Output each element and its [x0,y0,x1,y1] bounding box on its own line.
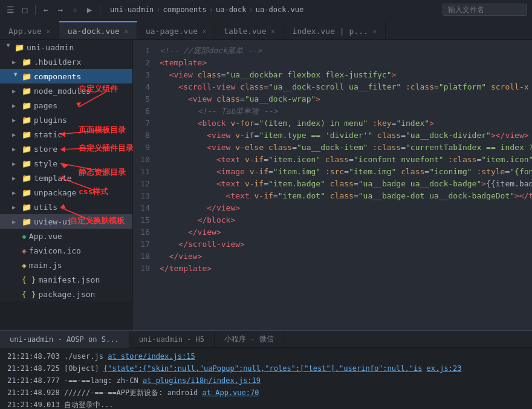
toolbar: ☰ □ ← → ☆ ▶ uni-uadmin › components › ua… [0,0,532,19]
sidebar-item-uview-ui[interactable]: ▶ 📁 uview-ui [0,214,132,229]
tab-close-icon[interactable]: ✕ [373,28,377,34]
json-file-icon2: { } [22,290,36,299]
folder-icon: 📁 [15,43,24,52]
code-line-7: <block v-for="(item, index) in menu" :ke… [160,117,532,129]
sidebar-item-app-vue[interactable]: ◈ App.vue [0,229,132,243]
tab-index-vue[interactable]: index.vue | p... ✕ [284,21,386,39]
separator2 [100,5,100,15]
terminal-tab-aosp[interactable]: uni-uadmin - AOSP on S... [0,331,129,348]
code-line-2: <template> [160,57,532,69]
tab-ua-dock-vue[interactable]: ua-dock.vue ✕ [59,21,137,39]
sidebar-item-label: store [34,145,57,154]
tab-label: App.vue [8,27,42,36]
code-line-3: <view class="ua__dockbar flexbox flex-ju… [160,69,532,81]
folder-icon: 📁 [22,116,31,125]
separator [35,5,36,15]
arrow-icon: ▶ [12,131,19,138]
sidebar-item-template[interactable]: ▶ 📁 template [0,171,132,185]
code-line-1: <!-- //底部dock菜单 --> [160,45,532,57]
arrow-icon: ▶ [12,160,19,167]
code-line-17: </scroll-view> [160,238,532,250]
terminal-line-5: 21:21:49.013 自动登录中... [7,399,525,409]
code-line-10: <text v-if="item.icon" class="iconfont n… [160,154,532,166]
tab-label: index.vue | p... [293,27,368,36]
code-line-11: <image v-if="item.img" :src="item.img" c… [160,166,532,178]
sidebar-item-label: static [34,130,62,139]
sidebar-item-label: utils [34,203,57,212]
folder-icon: 📁 [22,145,31,154]
sidebar-item-plugins[interactable]: ▶ 📁 plugins [0,113,132,127]
sidebar-item-static[interactable]: ▶ 📁 static [0,127,132,142]
folder-icon: 📁 [22,72,31,81]
sidebar-item-label: manifest.json [38,275,100,284]
terminal-tab-h5[interactable]: uni-uadmin - H5 [129,331,215,348]
terminal-content: 21:21:48.703 ./user.js at store/index.js… [0,348,532,409]
sidebar-item-favicon[interactable]: ◈ favicon.ico [0,243,132,258]
terminal: uni-uadmin - AOSP on S... uni-uadmin - H… [0,330,532,409]
sidebar-item-label: components [34,72,81,81]
forward-icon[interactable]: → [55,4,66,15]
tab-close-icon[interactable]: ✕ [203,28,206,34]
back-icon[interactable]: ← [41,4,51,15]
sidebar-item-store[interactable]: ▶ 📁 store [0,142,132,156]
arrow-icon: ▶ [12,59,19,65]
tab-close-icon[interactable]: ✕ [47,28,50,34]
terminal-tab-wechat[interactable]: 小程序 - 微信 [215,331,284,348]
sidebar-item-label: uni-uadmin [27,43,74,52]
sidebar-item-components[interactable]: ▶ 📁 components [0,69,132,83]
bookmark-icon[interactable]: ☆ [70,4,80,15]
save-icon[interactable]: □ [19,4,30,15]
sidebar-item-label: main.js [29,261,62,270]
search-input[interactable] [443,4,527,16]
tab-label: ua-dock.vue [68,27,120,36]
menu-icon[interactable]: ☰ [5,4,16,15]
sidebar-item-pages[interactable]: ▶ 📁 pages [0,98,132,113]
run-icon[interactable]: ▶ [84,4,95,15]
arrow-icon: ▶ [12,102,19,109]
sidebar-item-label: App.vue [29,232,62,241]
sidebar-item-manifest[interactable]: { } manifest.json [0,272,132,287]
tab-label: ua-page.vue [146,27,198,36]
folder-icon: 📁 [22,174,31,183]
sidebar-item-style[interactable]: ▶ 📁 style [0,156,132,171]
tab-app-vue[interactable]: App.vue ✕ [0,21,59,39]
arrow-icon: ▶ [12,189,19,196]
sidebar-item-node-modules[interactable]: ▶ 📁 node_modules [0,83,132,98]
sidebar-item-label: package.json [38,290,95,299]
code-area[interactable]: <!-- //底部dock菜单 --> <template> <view cla… [155,40,532,330]
js-file-icon: ◈ [22,261,27,270]
tab-close-icon[interactable]: ✕ [271,28,275,34]
bc-root[interactable]: uni-uadmin [110,5,154,14]
tab-label: table.vue [224,27,266,36]
folder-icon: 📁 [22,57,31,67]
bc-components[interactable]: components [163,5,206,14]
code-line-19: </template> [160,263,532,275]
sidebar-item-label: plugins [34,116,67,125]
sidebar-item-label: uview-ui [34,217,72,226]
sidebar-item-unpackage[interactable]: ▶ 📁 unpackage [0,185,132,200]
sidebar-item-hbuilderx[interactable]: ▶ 📁 .hbuilderx [0,54,132,69]
folder-icon: 📁 [22,188,31,197]
tab-ua-page-vue[interactable]: ua-page.vue ✕ [137,21,215,39]
tab-table-vue[interactable]: table.vue ✕ [215,21,284,39]
bc-file[interactable]: ua-dock.vue [256,5,303,14]
code-line-4: <scroll-view class="ua__dock-scroll ua__… [160,81,532,93]
arrow-icon: ▶ [12,88,19,94]
tab-close-icon[interactable]: ✕ [125,28,128,34]
code-line-13: <text v-if="item.dot" class="ua__badge-d… [160,190,532,202]
arrow-icon: ▶ [13,73,19,80]
breadcrumb: uni-uadmin › components › ua-dock › ua-d… [110,5,303,14]
vue-file-icon: ◈ [22,232,27,241]
sidebar-item-package[interactable]: { } package.json [0,287,132,301]
bc-ua-dock[interactable]: ua-dock [216,5,247,14]
arrow-icon: ▶ [5,44,12,51]
sidebar-root[interactable]: ▶ 📁 uni-uadmin [0,40,132,54]
folder-icon: 📁 [22,87,31,96]
code-line-12: <text v-if="item.badge" class="ua__badge… [160,178,532,190]
ico-file-icon: ◈ [22,246,27,255]
main-area: ▶ 📁 uni-uadmin ▶ 📁 .hbuilderx ▶ 📁 compon… [0,40,532,330]
code-line-6: <!-- Tab菜单项 --> [160,105,532,117]
sidebar-item-utils[interactable]: ▶ 📁 utils [0,200,132,214]
code-line-8: <view v-if="item.type == 'divider'" clas… [160,129,532,142]
sidebar-item-main-js[interactable]: ◈ main.js [0,258,132,272]
